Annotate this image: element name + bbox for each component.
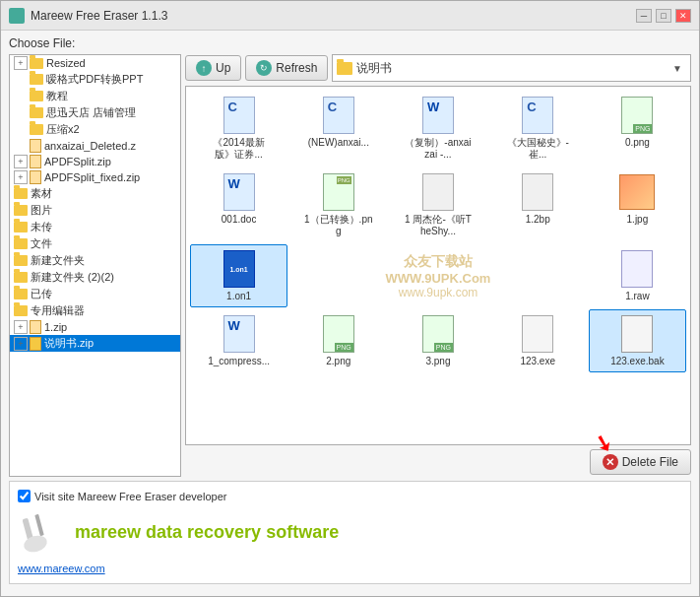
- h-scrollbar[interactable]: [10, 476, 180, 477]
- raw-icon: [621, 250, 653, 288]
- file-item[interactable]: W 1_compress...: [190, 309, 287, 372]
- tree-item-compress[interactable]: 压缩x2: [10, 121, 180, 138]
- tree-item-files[interactable]: 文件: [10, 235, 180, 252]
- tree-item-uploaded[interactable]: 已传: [10, 286, 180, 302]
- dropdown-arrow[interactable]: ▼: [672, 63, 686, 74]
- file-item[interactable]: 1 周杰伦-《听TheShy...: [389, 167, 486, 242]
- svg-rect-2: [34, 514, 44, 536]
- exe-icon: [522, 315, 553, 353]
- file-item[interactable]: W （复制）-anxaizai -...: [389, 91, 486, 166]
- maximize-button[interactable]: □: [656, 9, 671, 23]
- expand-icon[interactable]: +: [14, 320, 28, 334]
- toolbar: ↑ Up ↻ Refresh 说明书 ▼: [185, 54, 691, 82]
- file-item[interactable]: PNG 3.png: [389, 309, 486, 372]
- file-icon-wrapper: [617, 249, 657, 289]
- refresh-button[interactable]: ↻ Refresh: [245, 55, 328, 81]
- window-controls: ─ □ ✕: [636, 9, 691, 23]
- main-panel: + Resized 嗳格式PDF转换PPT 教程 思迅天店 店铺管理: [9, 54, 691, 477]
- file-item[interactable]: C 《大国秘史》- 崔...: [489, 91, 587, 166]
- file-item[interactable]: PNG 0.png: [589, 91, 686, 166]
- file-icon-wrapper: PNG: [418, 314, 458, 354]
- folder-icon: [14, 205, 28, 216]
- tree-item-1zip[interactable]: + 1.zip: [10, 319, 180, 335]
- expand-icon[interactable]: +: [14, 155, 28, 168]
- blue-dark-icon: 1.on1: [223, 250, 255, 288]
- tree-item-pictures[interactable]: 图片: [10, 202, 180, 219]
- file-label: 《2014最新版》证券...: [204, 137, 275, 161]
- minimize-button[interactable]: ─: [636, 9, 652, 23]
- tree-label: 说明书.zip: [44, 336, 94, 351]
- file-label: 123.exe: [520, 356, 555, 367]
- file-item[interactable]: PNG 1（已转换）.png: [289, 167, 387, 242]
- expand-icon[interactable]: +: [14, 337, 28, 351]
- file-item[interactable]: C (NEW)anxai...: [289, 91, 387, 166]
- zip-icon: [30, 337, 41, 351]
- file-icon-wrapper: PNG: [319, 172, 358, 212]
- file-label: (NEW)anxai...: [308, 137, 369, 149]
- folder-icon: [14, 222, 28, 232]
- tree-label: 专用编辑器: [31, 303, 85, 318]
- up-button[interactable]: ↑ Up: [185, 55, 241, 81]
- tree-item-resized[interactable]: + Resized: [10, 55, 180, 71]
- delete-btn-row: ➘ ✕ Delete File: [185, 449, 691, 475]
- tree-item-pdf[interactable]: 嗳格式PDF转换PPT: [10, 71, 180, 88]
- path-folder-icon: [337, 62, 352, 75]
- tree-item-editor[interactable]: 专用编辑器: [10, 302, 180, 319]
- expand-icon[interactable]: +: [14, 56, 28, 70]
- png-icon: PNG: [621, 97, 653, 134]
- png-icon: PNG: [422, 315, 454, 353]
- file-item-bak[interactable]: 123.exe.bak: [589, 309, 686, 372]
- tree-item-manual[interactable]: + 说明书.zip: [10, 335, 180, 352]
- tree-item-notupload[interactable]: 未传: [10, 219, 180, 235]
- tree-item-apdfsplit[interactable]: + APDFSplit.zip: [10, 154, 180, 169]
- tree-item-new-folder2[interactable]: 新建文件夹 (2)(2): [10, 269, 180, 286]
- folder-icon: [30, 74, 43, 85]
- ad-content: mareew data recovery software: [75, 522, 339, 543]
- file-item[interactable]: 1.2bp: [489, 167, 587, 242]
- zip-icon: [30, 155, 41, 168]
- up-label: Up: [216, 61, 230, 75]
- file-view: C 《2014最新版》证券... C (NEW)anxai...: [185, 86, 691, 445]
- bak-icon: [621, 315, 653, 353]
- doc-icon: W: [223, 173, 255, 211]
- path-combo[interactable]: 说明书 ▼: [332, 54, 691, 82]
- file-label: 3.png: [425, 356, 450, 367]
- tree-label: 教程: [46, 89, 68, 103]
- file-item[interactable]: PNG 2.png: [289, 309, 387, 372]
- refresh-icon: ↻: [256, 60, 272, 76]
- mareew-link[interactable]: www.mareew.com: [18, 563, 105, 574]
- doc-icon: W: [422, 97, 454, 134]
- file-icon-wrapper: C: [220, 96, 259, 135]
- expand-icon[interactable]: +: [14, 170, 28, 184]
- folder-icon: [30, 124, 43, 135]
- tree-scroll[interactable]: + Resized 嗳格式PDF转换PPT 教程 思迅天店 店铺管理: [10, 55, 180, 476]
- tree-item-apdfsplit-fixed[interactable]: + APDFSplit_fixed.zip: [10, 169, 180, 185]
- tree-item-material[interactable]: 素材: [10, 185, 180, 202]
- tree-item-tutorial[interactable]: 教程: [10, 88, 180, 104]
- file-label: 1（已转换）.png: [303, 214, 374, 237]
- tree-label: 未传: [31, 220, 52, 234]
- file-item[interactable]: C 《2014最新版》证券...: [190, 91, 287, 166]
- doc-w-icon: W: [223, 315, 255, 353]
- generic-icon: [422, 173, 454, 211]
- tree-item-shop[interactable]: 思迅天店 店铺管理: [10, 104, 180, 121]
- path-text: 说明书: [356, 60, 672, 77]
- visit-site-checkbox[interactable]: [18, 490, 31, 502]
- doc-icon: C: [522, 97, 553, 134]
- tree-item-new-folder[interactable]: 新建文件夹: [10, 252, 180, 269]
- tree-label: 嗳格式PDF转换PPT: [46, 72, 143, 87]
- file-item[interactable]: W 001.doc: [190, 167, 287, 242]
- file-item-selected[interactable]: 1.on1 1.on1: [190, 244, 287, 307]
- tree-label: 文件: [31, 236, 52, 251]
- close-button[interactable]: ✕: [675, 9, 691, 23]
- tree-item-anxaizai[interactable]: anxaizai_Deleted.z: [10, 138, 180, 154]
- file-icon-wrapper: PNG: [319, 314, 358, 354]
- file-item[interactable]: 1.jpg: [589, 167, 686, 242]
- svg-point-1: [22, 533, 48, 555]
- file-label: 1_compress...: [208, 356, 270, 367]
- ad-text: mareew data recovery software: [75, 522, 339, 543]
- file-item[interactable]: 123.exe: [489, 309, 587, 372]
- file-icon-wrapper: PNG: [617, 96, 657, 135]
- file-item[interactable]: 1.raw: [589, 244, 686, 307]
- folder-icon: [14, 238, 28, 249]
